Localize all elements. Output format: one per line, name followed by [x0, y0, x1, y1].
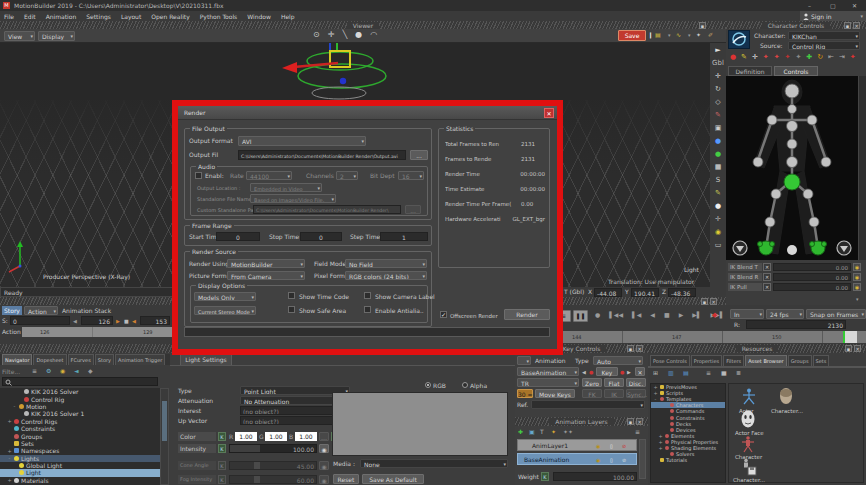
ik-slider[interactable]: 0.00 [773, 263, 851, 271]
start-time-field[interactable]: 0 [216, 232, 260, 241]
character-view[interactable] [726, 76, 858, 260]
manipulator-icon[interactable]: ✛ [328, 30, 335, 39]
x-coord-field[interactable]: -44.08 [594, 288, 622, 297]
pixel-format-select[interactable]: RGB colors (24 bits) [345, 271, 427, 280]
next-key-icon[interactable]: ▶ [627, 368, 631, 376]
solo-icon[interactable]: ▯ [610, 442, 613, 450]
panel-tab[interactable]: FCurves [68, 354, 94, 365]
color-b-field[interactable]: 1.00 [295, 432, 317, 441]
in-frame-field[interactable]: 126 [81, 316, 113, 325]
char-tool-icon[interactable]: ● [730, 53, 736, 61]
end-frame-field[interactable]: 2130 [746, 320, 846, 329]
mute-icon[interactable]: ⊘ [622, 456, 626, 464]
menu-item[interactable]: Layout [121, 13, 141, 20]
back-icon[interactable]: ◄ [74, 367, 79, 375]
transport-button[interactable]: ■ [664, 311, 670, 318]
menu-item[interactable]: Open Reality [151, 13, 189, 20]
tool-icon[interactable]: ◉ [715, 228, 721, 237]
char-tool-icon[interactable]: ✦ [850, 53, 856, 61]
story-chip[interactable]: Story [2, 306, 22, 315]
tool-icon[interactable]: ► [715, 46, 720, 55]
show-camera-label-checkbox[interactable] [364, 292, 371, 299]
tool-icon[interactable]: ● [715, 150, 721, 159]
transport-ruler[interactable]: 144 147 150 [520, 331, 866, 343]
key-toggle[interactable]: ◉ [319, 444, 329, 453]
rgb-radio[interactable] [425, 382, 431, 388]
transport-button[interactable]: ▶ [679, 311, 684, 318]
weight-slider[interactable]: 100.00 [553, 472, 637, 481]
zero-button[interactable]: Zero [582, 378, 602, 387]
close-button[interactable]: ✕ [852, 2, 857, 10]
render-button[interactable]: Render [504, 309, 550, 320]
save-as-default-button[interactable]: Save As Default [362, 474, 424, 484]
solo-icon[interactable]: ▯ [610, 456, 613, 464]
character-asset-icon[interactable] [741, 436, 755, 453]
character-head-asset-icon[interactable] [777, 387, 795, 407]
delete-key-button[interactable]: ✕ [635, 367, 645, 376]
resources-tab[interactable]: Properties [691, 355, 722, 366]
resources-tab[interactable]: Groups [788, 355, 812, 366]
playhead[interactable] [843, 331, 857, 343]
key-toggle[interactable]: K [218, 444, 226, 453]
tool-icon[interactable]: ▭ [715, 241, 722, 250]
search-box[interactable] [2, 377, 158, 386]
char-tool-icon[interactable]: ⇥ [839, 53, 845, 61]
y-coord-field[interactable]: 190.41 [631, 288, 659, 297]
disc-button[interactable]: Disc. [626, 378, 646, 387]
detail-view-icon[interactable]: ≣ [736, 369, 741, 377]
transport-button[interactable]: ▶▌ [692, 311, 701, 318]
ik-slider[interactable]: 0.00 [773, 273, 851, 281]
panel-tab[interactable]: Animation Trigger [115, 354, 165, 365]
character-icon[interactable]: ✦ [696, 31, 701, 39]
color-r-field[interactable]: 1.00 [235, 432, 257, 441]
lock-icon[interactable]: ◉ [853, 273, 861, 281]
output-format-select[interactable]: AVI [238, 136, 366, 146]
char-tool-icon[interactable]: ↻ [817, 53, 823, 61]
tool-icon[interactable]: Gbl [712, 59, 724, 68]
panel-icon[interactable]: ▪ [699, 22, 706, 29]
lock-icon[interactable]: ◉ [60, 367, 65, 375]
tab-definition[interactable]: Definition [728, 66, 772, 76]
char-tool-icon[interactable]: ✚ [806, 53, 812, 61]
field-mode-select[interactable]: No Field [345, 259, 427, 268]
panel-tab[interactable]: Dopesheet [33, 354, 66, 365]
tree-item[interactable]: Global Light [0, 462, 160, 469]
new-layer-icon[interactable]: ✚ [518, 428, 523, 436]
lock-icon[interactable]: ◉ [596, 442, 600, 450]
lock-icon[interactable]: ◉ [596, 456, 600, 464]
menu-item[interactable]: Animation [46, 13, 77, 20]
resources-tab[interactable]: Pose Controls [650, 355, 690, 366]
key-dot-icon[interactable]: ● [620, 368, 624, 376]
tree-item[interactable]: Groups [0, 432, 160, 439]
offscreen-render-checkbox[interactable]: ✓ [440, 311, 447, 318]
maximize-button[interactable]: ▢ [830, 2, 836, 10]
frame-back-icon[interactable]: ◀ [73, 317, 77, 325]
tool-icon[interactable]: ↻ [715, 85, 721, 94]
tree-item[interactable]: Light [0, 469, 160, 476]
layers-scrollbar[interactable] [639, 439, 646, 479]
weight-key[interactable]: K [541, 472, 549, 481]
tool-icon[interactable]: ▣ [715, 124, 722, 133]
mode-button[interactable]: 30 = [517, 389, 533, 398]
char-tool-icon[interactable]: ✎ [741, 53, 747, 61]
key-dot-icon[interactable]: ● [589, 368, 593, 376]
resources-tab[interactable]: Asset Browser [745, 355, 787, 366]
tool-icon[interactable]: ▦ [715, 163, 722, 172]
light-settings-tab[interactable]: Light Settings [180, 354, 232, 365]
split-rows-icon[interactable]: ▤ [683, 369, 689, 377]
filter-settings-icon[interactable]: ⚙ [46, 367, 51, 375]
key-icon[interactable]: ◆ [712, 311, 717, 319]
ruler-icon[interactable]: ▤ [655, 31, 661, 39]
anim-layer-row[interactable]: AnimLayer1 ◉ ▯ ⊘ [517, 439, 637, 451]
chevron-down-icon[interactable]: ▾ [668, 31, 671, 39]
show-safe-area-checkbox[interactable] [288, 306, 295, 313]
color-g-field[interactable]: 1.00 [265, 432, 287, 441]
del-layer-icon[interactable]: T [540, 428, 544, 436]
resources-tree[interactable]: +PrevisMoves+Scripts-TemplatesCharacters… [650, 383, 726, 483]
render-using-select[interactable]: MotionBuilder [227, 259, 305, 268]
rew-icon[interactable]: ◀ [132, 317, 136, 325]
panel-tab[interactable]: Navigator [2, 354, 32, 365]
tree-item[interactable]: Tutorials [651, 457, 725, 463]
dialog-close-button[interactable]: ✕ [544, 108, 554, 118]
list-icon[interactable]: ≡ [32, 367, 37, 375]
